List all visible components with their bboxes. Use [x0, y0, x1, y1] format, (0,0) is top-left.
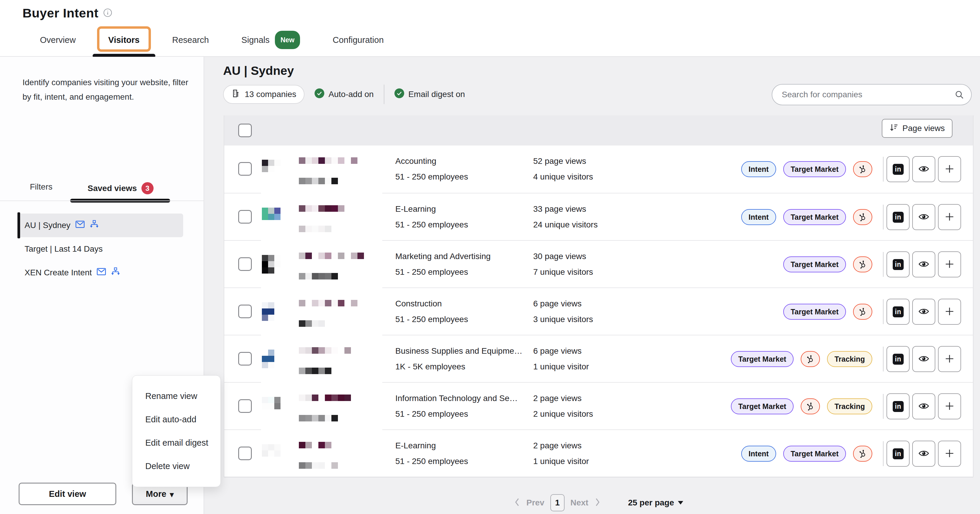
prev-page-button[interactable]: Prev [527, 498, 544, 508]
pixel [274, 397, 280, 403]
tab-label: Overview [40, 33, 76, 47]
linkedin-icon: in [893, 354, 904, 365]
row-checkbox[interactable] [238, 447, 252, 460]
row-checkbox[interactable] [238, 305, 252, 318]
hubspot-badge[interactable] [853, 161, 872, 177]
row-checkbox[interactable] [238, 399, 252, 413]
add-button[interactable] [938, 441, 961, 467]
tab-overview[interactable]: Overview [40, 33, 76, 47]
tracking-badge[interactable]: Tracking [827, 351, 872, 367]
preview-button[interactable] [912, 156, 935, 182]
company-logo-redacted [262, 302, 280, 321]
unique-visitors-value: 4 unique visitors [533, 169, 640, 184]
add-button[interactable] [938, 346, 961, 372]
tab-visitors[interactable]: Visitors [108, 33, 140, 47]
tab-signals[interactable]: SignalsNew [242, 31, 300, 49]
linkedin-icon: in [893, 306, 904, 317]
tab-saved-views[interactable]: Saved views 3 [88, 182, 154, 194]
menu-item-edit-auto-add[interactable]: Edit auto-add [132, 408, 220, 431]
buyer-intent-page: Buyer Intent OverviewVisitorsResearchSig… [0, 0, 980, 514]
intent-badge[interactable]: Intent [741, 209, 776, 225]
pixel [325, 462, 331, 469]
intent-badge[interactable]: Intent [741, 446, 776, 462]
add-button[interactable] [938, 393, 961, 419]
hubspot-badge[interactable] [801, 398, 820, 414]
preview-button[interactable] [912, 441, 935, 467]
linkedin-button[interactable]: in [886, 441, 910, 467]
edit-view-button[interactable]: Edit view [19, 483, 116, 505]
target-market-badge[interactable]: Target Market [783, 209, 846, 225]
saved-view-item-2[interactable]: Target | Last 14 Days [18, 237, 183, 261]
hubspot-badge[interactable] [853, 446, 872, 462]
preview-button[interactable] [912, 299, 935, 325]
add-button[interactable] [938, 204, 961, 230]
linkedin-button[interactable]: in [886, 393, 910, 419]
preview-button[interactable] [912, 204, 935, 230]
select-all-checkbox[interactable] [238, 124, 252, 137]
menu-item-edit-email-digest[interactable]: Edit email digest [132, 431, 220, 455]
row-checkbox[interactable] [238, 257, 252, 271]
target-market-badge[interactable]: Target Market [731, 351, 794, 367]
tab-configuration[interactable]: Configuration [332, 33, 384, 47]
per-page-selector[interactable]: 25 per page [628, 498, 683, 508]
info-icon[interactable] [103, 8, 112, 18]
linkedin-button[interactable]: in [886, 204, 910, 230]
target-market-badge[interactable]: Target Market [783, 446, 846, 462]
tab-filters[interactable]: Filters [30, 182, 52, 192]
target-market-badge[interactable]: Target Market [783, 256, 846, 272]
menu-item-rename-view[interactable]: Rename view [132, 384, 220, 408]
pixel [344, 300, 351, 306]
plus-icon [945, 307, 954, 317]
pixel [318, 178, 325, 184]
company-search [772, 84, 972, 105]
linkedin-button[interactable]: in [886, 299, 910, 325]
pixel [268, 403, 274, 409]
target-market-badge[interactable]: Target Market [731, 398, 794, 414]
auto-add-icon [90, 220, 99, 231]
linkedin-button[interactable]: in [886, 346, 910, 372]
saved-view-item-3[interactable]: XEN Create Intent [18, 261, 183, 284]
hubspot-badge[interactable] [853, 304, 872, 320]
add-button[interactable] [938, 156, 961, 182]
check-circle-icon [395, 89, 404, 100]
preview-button[interactable] [912, 251, 935, 278]
preview-button[interactable] [912, 393, 935, 419]
target-market-badge[interactable]: Target Market [783, 161, 846, 177]
chevron-right-icon[interactable] [594, 497, 601, 508]
intent-badge[interactable]: Intent [741, 161, 776, 177]
linkedin-button[interactable]: in [886, 156, 910, 182]
pixel [338, 395, 344, 401]
pixel [305, 157, 312, 164]
view-meta-row: 13 companies Auto-add on Email digest on [223, 84, 465, 105]
current-page-button[interactable]: 1 [550, 494, 565, 511]
industry-label: Business Supplies and Equipme… [395, 343, 525, 359]
pixel [274, 267, 280, 274]
search-icon[interactable] [955, 90, 964, 100]
menu-item-delete-view[interactable]: Delete view [132, 455, 220, 478]
pixel [312, 205, 318, 212]
pixel [331, 395, 338, 401]
saved-view-item-1[interactable]: AU | Sydney [18, 214, 183, 237]
row-checkbox[interactable] [238, 210, 252, 224]
pixel [305, 395, 312, 401]
search-input[interactable] [772, 84, 972, 105]
linkedin-button[interactable]: in [886, 251, 910, 278]
hubspot-badge[interactable] [853, 256, 872, 272]
chevron-left-icon[interactable] [514, 497, 520, 508]
pixel [268, 397, 274, 403]
tracking-badge[interactable]: Tracking [827, 398, 872, 414]
hubspot-badge[interactable] [853, 209, 872, 225]
tab-research[interactable]: Research [172, 33, 209, 47]
target-market-badge[interactable]: Target Market [783, 304, 846, 320]
companies-count-chip[interactable]: 13 companies [223, 85, 304, 104]
preview-button[interactable] [912, 346, 935, 372]
add-button[interactable] [938, 299, 961, 325]
add-button[interactable] [938, 251, 961, 278]
row-checkbox[interactable] [238, 352, 252, 365]
hubspot-badge[interactable] [801, 351, 820, 367]
linkedin-icon: in [893, 212, 904, 223]
sort-button[interactable]: Page views [882, 119, 953, 138]
badges-group: Target MarketTracking [731, 398, 872, 414]
row-checkbox[interactable] [238, 162, 252, 176]
next-page-button[interactable]: Next [571, 498, 589, 508]
